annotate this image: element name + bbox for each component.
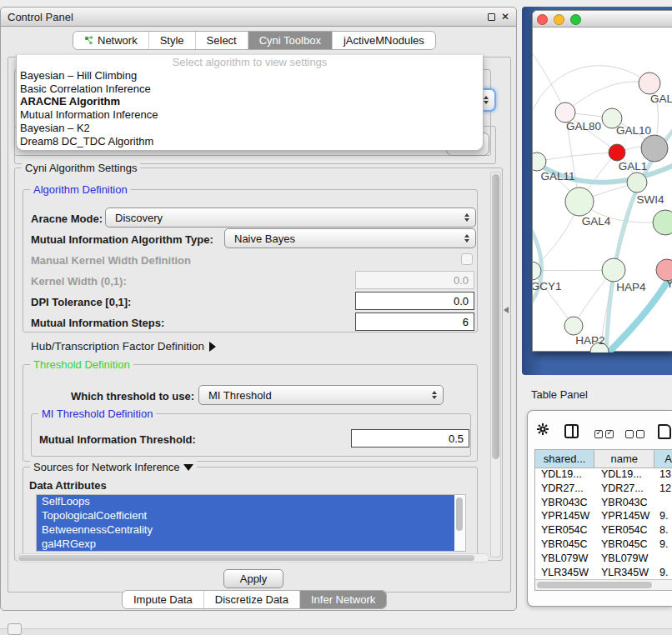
mi-steps-field[interactable]: 6: [355, 312, 474, 331]
attribute-item[interactable]: BetweennessCentrality: [37, 523, 454, 538]
network-canvas[interactable]: GAL GAL80 GAL10 GAL1 SWI4 GAL11 GAL4 GCY…: [533, 28, 672, 352]
table-horizontal-scrollbar[interactable]: [535, 579, 672, 590]
network-tab-icon: [84, 36, 93, 45]
tab-style[interactable]: Style: [148, 32, 195, 49]
tab-discretize-data[interactable]: Discretize Data: [203, 591, 299, 608]
cyni-algorithm-settings-legend: Cyni Algorithm Settings: [22, 162, 140, 174]
dropdown-item[interactable]: Bayesian – Hill Climbing: [17, 69, 483, 82]
dropdown-item[interactable]: Basic Correlation Inference: [17, 82, 483, 96]
node-label: GAL80: [566, 120, 601, 132]
sources-legend: Sources for Network Inference: [33, 461, 180, 473]
zoom-traffic-light[interactable]: [570, 14, 581, 25]
corner-mini-button[interactable]: [8, 623, 22, 635]
node-label: GAL10: [616, 124, 651, 137]
attribute-item[interactable]: gal4RGexp: [37, 538, 454, 552]
table-row[interactable]: YBL079WYBL079W: [535, 552, 672, 567]
network-nodes: [533, 72, 672, 352]
tab-cyni-toolbox[interactable]: Cyni Toolbox: [248, 32, 332, 49]
close-icon[interactable]: ✕: [501, 12, 509, 22]
node-selected[interactable]: [609, 144, 625, 161]
list-vertical-scrollbar[interactable]: [454, 496, 464, 551]
dropdown-item[interactable]: Dream8 DC_TDC Algorithm: [17, 135, 483, 148]
table-toolbar: [528, 411, 672, 448]
tab-impute-data[interactable]: Impute Data: [123, 591, 203, 608]
hub-definition-toggle[interactable]: Hub/Transcription Factor Definition: [31, 340, 216, 352]
cyni-bottom-tabbar: Impute Data Discretize Data Infer Networ…: [122, 590, 387, 609]
node-label: GAL4: [582, 215, 611, 228]
node[interactable]: [565, 188, 594, 216]
mi-type-value: Naive Bayes: [234, 232, 295, 245]
mi-threshold-field[interactable]: 0.5: [351, 429, 469, 448]
node[interactable]: [627, 172, 647, 192]
column-header-name[interactable]: name: [594, 450, 654, 468]
kernel-width-label: Kernel Width (0,1):: [31, 275, 127, 288]
algorithm-dropdown-popup: Select algorithm to view settings Bayesi…: [16, 55, 484, 151]
tab-network[interactable]: Network: [73, 32, 148, 49]
control-panel-tabbar: Network Style Select Cyni Toolbox jActiv…: [73, 31, 436, 50]
mi-steps-label: Mutual Information Steps:: [31, 317, 164, 329]
split-pane-handle[interactable]: [504, 307, 509, 313]
stepper-arrows-icon: [432, 391, 437, 399]
node[interactable]: [641, 135, 668, 162]
attribute-item[interactable]: SelfLoops: [37, 495, 454, 509]
scrollbar-thumb[interactable]: [456, 498, 463, 531]
table-row[interactable]: YDL19...YDL19...13: [535, 468, 672, 482]
scrollbar-thumb[interactable]: [18, 555, 474, 561]
column-header-shared-name[interactable]: shared...: [535, 450, 594, 468]
show-columns-icon[interactable]: [564, 424, 579, 438]
settings-horizontal-scrollbar[interactable]: [16, 553, 489, 562]
which-threshold-label: Which threshold to use:: [71, 390, 194, 402]
data-attributes-label: Data Attributes: [29, 479, 107, 492]
table-row[interactable]: YPR145WYPR145W9.: [535, 510, 672, 524]
dropdown-item[interactable]: Bayesian – K2: [17, 122, 483, 135]
table-row[interactable]: YBR043CYBR043C: [535, 497, 672, 511]
node[interactable]: [602, 258, 625, 282]
hub-definition-label: Hub/Transcription Factor Definition: [31, 340, 204, 352]
scrollbar-thumb[interactable]: [492, 174, 499, 459]
tab-select[interactable]: Select: [195, 32, 248, 49]
tab-jactivemnodules[interactable]: jActiveMNodules: [332, 32, 435, 49]
mi-type-combobox[interactable]: Naive Bayes: [224, 228, 476, 248]
table-grid: shared... name A YDL19...YDL19...13 YDR2…: [534, 449, 672, 591]
column-header-partial[interactable]: A: [654, 450, 672, 468]
apply-button[interactable]: Apply: [223, 569, 283, 588]
network-window-titlebar[interactable]: [533, 11, 672, 28]
node[interactable]: [653, 210, 672, 235]
node[interactable]: [639, 72, 660, 94]
which-threshold-combobox[interactable]: MI Threshold: [198, 385, 444, 405]
select-all-columns-icon[interactable]: [594, 427, 614, 442]
table-row[interactable]: YER054CYER054C8.: [535, 524, 672, 538]
minimize-traffic-light[interactable]: [554, 14, 564, 25]
node[interactable]: [564, 317, 583, 335]
close-traffic-light[interactable]: [537, 14, 548, 25]
aracne-mode-value: Discovery: [115, 212, 163, 224]
threshold-definition-legend: Threshold Definition: [30, 358, 133, 371]
table-row[interactable]: YLR345WYLR345W9.: [535, 567, 672, 581]
deselect-all-columns-icon[interactable]: [625, 427, 644, 442]
network-graph: GAL GAL80 GAL10 GAL1 SWI4 GAL11 GAL4 GCY…: [533, 28, 672, 352]
dropdown-item-selected[interactable]: ARACNE Algorithm: [17, 95, 483, 108]
algorithm-definition-legend: Algorithm Definition: [30, 183, 131, 196]
tab-infer-network[interactable]: Infer Network: [299, 591, 386, 608]
scrollbar-thumb[interactable]: [537, 582, 652, 588]
dropdown-prompt: Select algorithm to view settings: [17, 56, 483, 69]
manual-kernel-checkbox[interactable]: [461, 253, 473, 265]
table-row[interactable]: YBR045CYBR045C9.: [535, 538, 672, 552]
float-window-icon[interactable]: [488, 13, 495, 21]
dpi-tolerance-field[interactable]: 0.0: [355, 292, 474, 310]
export-table-icon[interactable]: [658, 424, 671, 439]
attribute-item[interactable]: TopologicalCoefficient: [37, 509, 454, 523]
network-window: GAL GAL80 GAL10 GAL1 SWI4 GAL11 GAL4 GCY…: [532, 10, 672, 352]
collapse-down-icon[interactable]: [183, 464, 193, 471]
table-settings-gear-icon[interactable]: [536, 422, 549, 439]
expand-right-icon[interactable]: [209, 342, 216, 352]
table-panel-window: shared... name A YDL19...YDL19...13 YDR2…: [527, 410, 672, 607]
settings-vertical-scrollbar[interactable]: [490, 172, 501, 558]
table-row[interactable]: YDR27...YDR27...12: [535, 482, 672, 497]
aracne-mode-combobox[interactable]: Discovery: [105, 208, 476, 228]
kernel-width-field[interactable]: 0.0: [355, 271, 474, 289]
manual-kernel-label: Manual Kernel Width Definition: [31, 254, 191, 267]
dropdown-item[interactable]: Mutual Information Inference: [17, 108, 483, 122]
control-panel-titlebar[interactable]: Control Panel ✕: [1, 8, 516, 27]
node-label: Y: [666, 278, 672, 290]
